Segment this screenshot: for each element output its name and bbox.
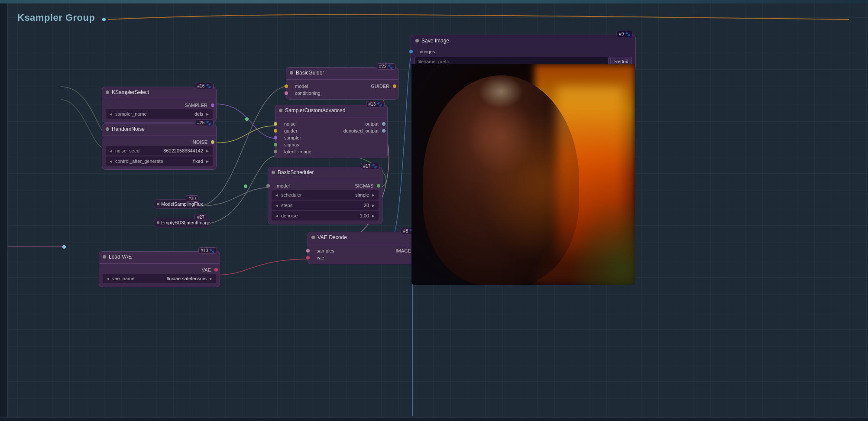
latent-label: latent_image [284,149,311,154]
ctrl-arrow-left[interactable]: ◄ [104,276,111,281]
ctrl-label: noise_seed [114,148,163,153]
samples-port[interactable] [306,249,310,253]
ctrl-label: control_after_generate [114,159,193,164]
node-status-dot [279,109,282,112]
model-input-port[interactable] [285,84,288,88]
model-label: model [277,183,290,188]
vae-port[interactable] [306,256,310,259]
conditioning-label: conditioning [295,91,321,96]
node-status-dot [157,221,159,224]
image-output-label: IMAGE [396,248,411,253]
output-port[interactable] [211,104,214,107]
conditioning-input-port[interactable] [285,91,288,95]
output-row: VAE [99,267,220,273]
flower-top [479,75,523,109]
node-status-dot [106,91,109,94]
vae-decode-node: #8 🐾 VAE Decode samples IMAGE vae [308,232,420,264]
sigmas-output-port[interactable] [377,184,380,188]
ctrl-arrow-right[interactable]: ► [204,149,211,153]
output-port[interactable] [382,122,385,126]
model-port[interactable] [266,184,270,188]
top-border [0,0,868,3]
ctrl-value: deis [194,111,203,117]
vae-output-port[interactable] [214,268,218,272]
output-label: NOISE [193,139,207,145]
scheduler-control[interactable]: ◄ scheduler simple ► [272,190,379,200]
node-header: BasicGuider [286,68,398,78]
images-input-port[interactable] [409,50,413,53]
node-title: SamplerCustomAdvanced [285,107,345,113]
node-header: BasicScheduler [268,167,382,178]
ctrl-arrow-left[interactable]: ◄ [273,203,280,208]
ctrl-value: fixed [193,159,203,164]
ctrl-value: 860220586844142 [163,148,203,153]
control-after-generate-control[interactable]: ◄ control_after_generate fixed ► [106,156,213,166]
node-status-dot [103,255,106,259]
node-status-dot [272,171,275,174]
output-row: SAMPLER [102,102,216,108]
node-title: RandomNoise [112,126,145,132]
ctrl-label: scheduler [280,192,355,198]
output-port[interactable] [211,140,214,144]
denoised-output-port[interactable] [382,129,385,133]
sampler-name-control[interactable]: ◄ sampler_name deis ► [106,109,213,119]
guider-label: guider [284,128,298,133]
node-title: BasicGuider [296,70,324,76]
load-vae-node: #10 🐾 Load VAE VAE ◄ vae_name flux/ae.sa… [99,251,220,287]
node-body: SAMPLER ◄ sampler_name deis ► [102,100,216,122]
ctrl-arrow-right[interactable]: ► [204,112,211,117]
ctrl-arrow-right[interactable]: ► [370,193,377,198]
ctrl-arrow-right[interactable]: ► [204,159,211,164]
node-status-dot [311,236,315,239]
ctrl-arrow-left[interactable]: ◄ [107,159,114,164]
vae-name-control[interactable]: ◄ vae_name flux/ae.safetensors ► [103,274,216,283]
vae-label: vae [317,255,324,260]
sampler-custom-advanced-node: #13 🐾 SamplerCustomAdvanced noise output… [275,105,388,158]
ctrl-arrow-right[interactable]: ► [207,276,214,281]
node-body: samples IMAGE vae [308,246,420,264]
sigmas-label: sigmas [284,142,299,147]
node-title: VAE Decode [317,234,347,240]
denoise-control[interactable]: ◄ denoise 1.00 ► [272,211,379,220]
face-highlight [467,97,534,175]
basic-guider-node: #22 🐾 BasicGuider model GUIDER condition… [286,67,398,100]
save-image-badge: #9 🐾 [616,31,633,37]
node-body: VAE ◄ vae_name flux/ae.safetensors ► [99,265,220,287]
latent-port[interactable] [274,150,277,153]
basic-scheduler-node: #17 🐾 BasicScheduler model SIGMAS ◄ sche… [268,167,382,224]
sampler-port[interactable] [274,136,277,139]
save-image-header: Save Image [411,35,635,46]
sigmas-port[interactable] [274,143,277,146]
guider-port[interactable] [274,129,277,133]
node-status-dot [157,203,159,205]
empty-sd3-latent-node: #27 EmptySD3LatentImage [154,218,210,227]
ctrl-value: flux/ae.safetensors [167,276,207,281]
left-panel [0,0,8,421]
ctrl-arrow-left[interactable]: ◄ [107,149,114,153]
noise-seed-control[interactable]: ◄ noise_seed 860220586844142 ► [106,146,213,155]
node-body: model GUIDER conditioning [286,81,398,99]
output-row: NOISE [102,139,216,145]
ctrl-label: sampler_name [114,111,194,117]
node-header: VAE Decode [308,232,420,243]
group-label: Ksampler Group [17,12,95,23]
ctrl-arrow-left[interactable]: ◄ [273,214,280,218]
guider-output-port[interactable] [393,84,396,88]
node-body: NOISE ◄ noise_seed 860220586844142 ► ◄ c… [102,137,216,169]
node-header: RandomNoise [102,124,216,134]
ctrl-arrow-left[interactable]: ◄ [107,112,114,117]
steps-control[interactable]: ◄ steps 20 ► [272,201,379,210]
node-title: KSamplerSelect [112,89,149,95]
noise-port[interactable] [274,122,277,126]
node-status-dot [106,127,109,131]
node-header: EmptySD3LatentImage [154,218,210,227]
image-preview [411,64,635,285]
node-status-dot [290,71,293,74]
ctrl-arrow-right[interactable]: ► [370,214,377,218]
ksampler-select-node: #16 🐾 KSamplerSelect SAMPLER ◄ sampler_n… [102,87,217,123]
save-image-title: Save Image [421,38,449,44]
steps-value: 20 [364,203,369,208]
ctrl-arrow-right[interactable]: ► [370,203,377,208]
ctrl-arrow-left[interactable]: ◄ [273,193,280,198]
random-noise-node: #25 🐾 RandomNoise NOISE ◄ noise_seed 860… [102,123,217,170]
